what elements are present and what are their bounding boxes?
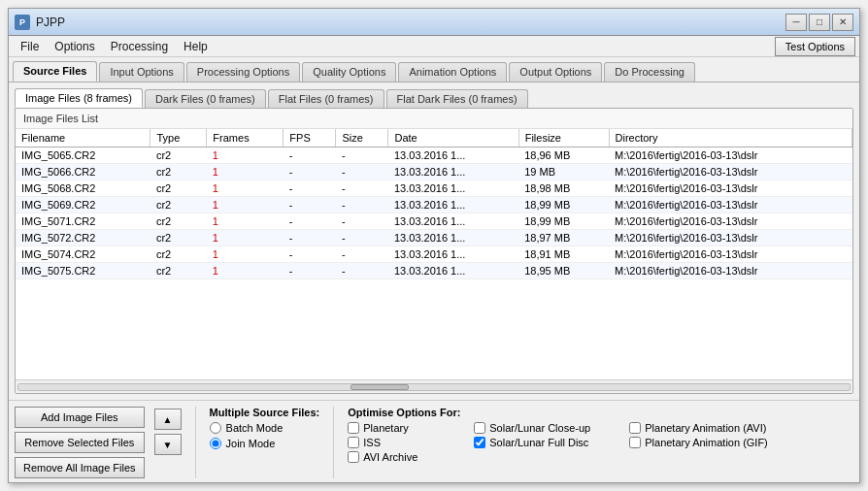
cell-fps: - (284, 164, 336, 180)
menu-processing[interactable]: Processing (103, 38, 176, 55)
tab-quality-options[interactable]: Quality Options (302, 62, 396, 82)
opt-planetary-avi: Planetary Animation (AVI) (629, 422, 804, 434)
add-image-files-button[interactable]: Add Image Files (15, 407, 145, 428)
tab-flat-files[interactable]: Flat Files (0 frames) (268, 89, 384, 108)
tab-output-options[interactable]: Output Options (509, 62, 602, 82)
opt-iss-checkbox[interactable] (348, 437, 359, 448)
cell-type: cr2 (150, 246, 207, 263)
table-row[interactable]: IMG_5068.CR2 cr2 1 - - 13.03.2016 1... 1… (16, 180, 852, 197)
move-down-button[interactable]: ▼ (154, 434, 182, 455)
close-button[interactable]: ✕ (832, 14, 853, 31)
cell-size: - (336, 147, 388, 164)
tab-animation-options[interactable]: Animation Options (398, 62, 507, 82)
file-table-container[interactable]: Filename Type Frames FPS Size Date Files… (16, 129, 852, 379)
scrollbar-track[interactable] (17, 383, 851, 391)
menu-file[interactable]: File (13, 38, 47, 55)
titlebar: P PJPP ─ □ ✕ (9, 9, 859, 36)
radio-group: Batch Mode Join Mode (210, 422, 320, 449)
table-row[interactable]: IMG_5065.CR2 cr2 1 - - 13.03.2016 1... 1… (16, 147, 852, 164)
file-table: Filename Type Frames FPS Size Date Files… (16, 129, 852, 279)
multiple-source-section: Multiple Source Files: Batch Mode Join M… (210, 407, 320, 449)
cell-size: - (336, 263, 388, 279)
opt-solar-lunar-close-checkbox[interactable] (474, 422, 485, 434)
cell-date: 13.03.2016 1... (388, 246, 518, 263)
batch-mode-radio[interactable] (210, 422, 221, 434)
cell-directory: M:\2016\fertig\2016-03-13\dslr (609, 263, 851, 279)
opt-iss-label: ISS (363, 437, 381, 448)
opt-planetary-avi-label: Planetary Animation (AVI) (645, 422, 766, 434)
cell-type: cr2 (150, 213, 207, 230)
move-up-button[interactable]: ▲ (154, 409, 182, 430)
cell-type: cr2 (150, 230, 207, 246)
tab-processing-options[interactable]: Processing Options (186, 62, 300, 82)
cell-directory: M:\2016\fertig\2016-03-13\dslr (609, 230, 851, 246)
join-mode-radio[interactable] (210, 438, 221, 449)
opt-avi-archive: AVI Archive (348, 451, 474, 463)
remove-selected-button[interactable]: Remove Selected Files (15, 432, 145, 453)
cell-date: 13.03.2016 1... (388, 263, 518, 279)
cell-date: 13.03.2016 1... (388, 164, 518, 180)
col-directory: Directory (609, 129, 851, 147)
horizontal-scrollbar[interactable] (16, 379, 852, 393)
minimize-button[interactable]: ─ (785, 14, 807, 31)
col-filename: Filename (16, 129, 150, 147)
cell-frames: 1 (207, 197, 284, 213)
cell-frames: 1 (207, 147, 284, 164)
opt-planetary-gif-label: Planetary Animation (GIF) (645, 437, 768, 448)
cell-size: - (336, 197, 388, 213)
opt-planetary-avi-checkbox[interactable] (629, 422, 641, 434)
cell-date: 13.03.2016 1... (388, 213, 518, 230)
main-window: P PJPP ─ □ ✕ File Options Processing Hel… (8, 8, 860, 483)
table-row[interactable]: IMG_5066.CR2 cr2 1 - - 13.03.2016 1... 1… (16, 164, 852, 180)
col-fps: FPS (284, 129, 336, 147)
menu-options[interactable]: Options (47, 38, 102, 55)
opt-solar-lunar-full-label: Solar/Lunar Full Disc (489, 437, 588, 448)
table-row[interactable]: IMG_5074.CR2 cr2 1 - - 13.03.2016 1... 1… (16, 246, 852, 263)
cell-frames: 1 (207, 164, 284, 180)
opt-solar-lunar-full-checkbox[interactable] (474, 437, 485, 448)
cell-directory: M:\2016\fertig\2016-03-13\dslr (609, 197, 851, 213)
tab-image-files[interactable]: Image Files (8 frames) (15, 88, 143, 108)
cell-type: cr2 (150, 164, 207, 180)
cell-frames: 1 (207, 180, 284, 197)
test-options-button[interactable]: Test Options (775, 37, 855, 56)
cell-directory: M:\2016\fertig\2016-03-13\dslr (609, 180, 851, 197)
cell-date: 13.03.2016 1... (388, 230, 518, 246)
table-row[interactable]: IMG_5071.CR2 cr2 1 - - 13.03.2016 1... 1… (16, 213, 852, 230)
cell-filesize: 18,95 MB (518, 263, 609, 279)
maximize-button[interactable]: □ (809, 14, 830, 31)
multiple-source-title: Multiple Source Files: (210, 407, 320, 418)
cell-size: - (336, 213, 388, 230)
cell-fps: - (284, 197, 336, 213)
cell-frames: 1 (207, 263, 284, 279)
opt-avi-archive-checkbox[interactable] (348, 451, 359, 463)
opt-planetary: Planetary (348, 422, 474, 434)
remove-all-button[interactable]: Remove All Image Files (15, 457, 145, 478)
cell-type: cr2 (150, 197, 207, 213)
window-title: PJPP (36, 16, 785, 29)
col-date: Date (388, 129, 518, 147)
table-row[interactable]: IMG_5072.CR2 cr2 1 - - 13.03.2016 1... 1… (16, 230, 852, 246)
opt-planetary-checkbox[interactable] (348, 422, 359, 434)
table-row[interactable]: IMG_5075.CR2 cr2 1 - - 13.03.2016 1... 1… (16, 263, 852, 279)
scrollbar-thumb[interactable] (351, 384, 409, 390)
cell-size: - (336, 246, 388, 263)
cell-filename: IMG_5072.CR2 (16, 230, 150, 246)
tab-do-processing[interactable]: Do Processing (604, 62, 695, 82)
tab-source-files[interactable]: Source Files (13, 61, 97, 82)
col-frames: Frames (207, 129, 284, 147)
cell-directory: M:\2016\fertig\2016-03-13\dslr (609, 164, 851, 180)
optimise-title: Optimise Options For: (348, 407, 804, 418)
tab-flat-dark-files[interactable]: Flat Dark Files (0 frames) (386, 89, 528, 108)
menu-help[interactable]: Help (176, 38, 216, 55)
cell-date: 13.03.2016 1... (388, 147, 518, 164)
opt-iss: ISS (348, 437, 474, 448)
table-row[interactable]: IMG_5069.CR2 cr2 1 - - 13.03.2016 1... 1… (16, 197, 852, 213)
outer-tabs: Source Files Input Options Processing Op… (9, 57, 859, 82)
tab-dark-files[interactable]: Dark Files (0 frames) (145, 89, 266, 108)
cell-filesize: 18,97 MB (518, 230, 609, 246)
app-icon: P (15, 15, 30, 30)
opt-planetary-gif-checkbox[interactable] (629, 437, 641, 448)
tab-input-options[interactable]: Input Options (99, 62, 184, 82)
cell-frames: 1 (207, 213, 284, 230)
